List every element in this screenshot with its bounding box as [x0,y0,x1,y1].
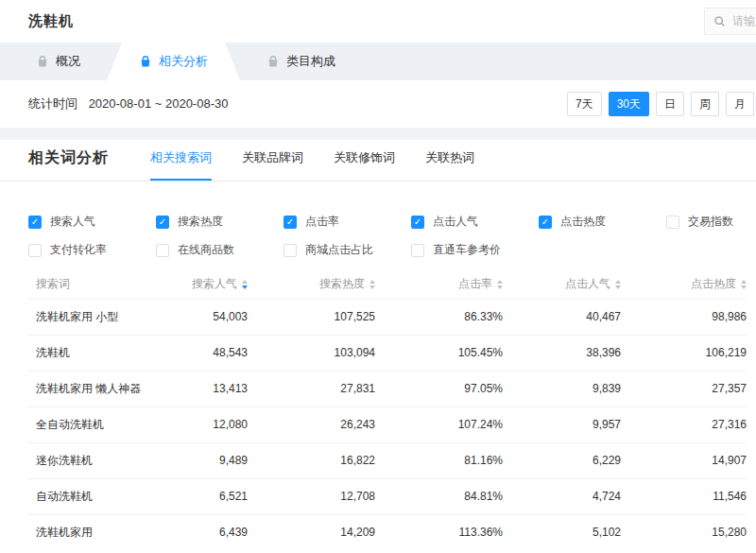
sort-icon[interactable] [242,280,248,289]
metric-row: 支付转化率 在线商品数 商城点击占比 直通车参考价 [28,242,728,258]
metric-option-直通车参考价[interactable]: 直通车参考价 [411,242,539,258]
metric-option-点击人气[interactable]: 点击人气 [411,214,539,230]
keyword-cell: 洗鞋机家用 懒人神器 [28,371,180,406]
subtab-bar: 相关搜索词关联品牌词关联修饰词关联热词 [150,149,474,181]
column-header-label: 搜索人气 [192,276,237,292]
metric-label: 直通车参考价 [433,242,501,258]
checkbox-icon[interactable] [284,244,297,257]
date-panel: 统计时间 2020-08-01 ~ 2020-08-30 7天30天日周月 [0,80,756,128]
period-button-group: 7天30天日周月 [567,92,754,116]
keyword-table: 搜索词 搜索人气 搜索热度 点击率 点击人气 点击热度 [28,270,747,550]
checkbox-icon[interactable] [284,216,297,229]
period-button-月[interactable]: 月 [726,92,754,116]
sort-asc-caret [369,280,375,284]
sort-icon[interactable] [615,280,621,289]
column-header-label: 搜索词 [36,276,70,292]
sort-asc-caret [615,280,621,284]
metric-option-商城点击占比[interactable]: 商城点击占比 [284,242,411,258]
column-header-搜索热度[interactable]: 搜索热度 [260,270,387,299]
main-tab-相关分析[interactable]: 相关分析 [107,43,240,80]
subtab-关联热词[interactable]: 关联热词 [425,149,474,181]
keyword-cell: 洗鞋机家用 小型 [28,299,180,335]
main-tab-label: 相关分析 [159,53,208,70]
metric-label: 点击热度 [560,214,606,230]
value-cell: 14,209 [260,514,387,550]
app-header: 洗鞋机 请输入 [0,0,756,43]
search-input[interactable]: 请输入 [704,8,756,35]
sort-icon[interactable] [369,280,375,289]
checkbox-icon[interactable] [539,216,552,229]
sort-asc-caret [741,280,747,284]
section-divider [0,128,756,140]
metric-label: 在线商品数 [178,242,234,258]
metric-option-点击热度[interactable]: 点击热度 [539,214,666,230]
sort-desc-caret [741,285,747,289]
sort-icon[interactable] [497,280,503,289]
table-row: 洗鞋机家用 小型54,003107,52586.33%40,46798,986 [28,299,747,335]
value-cell: 103,094 [260,335,387,371]
table-row: 自动洗鞋机6,52112,70884.81%4,72411,546 [28,478,747,514]
column-header-label: 点击人气 [565,276,610,292]
checkbox-icon[interactable] [28,216,42,229]
table-row: 洗鞋机家用 懒人神器13,41327,83197.05%9,83927,357 [28,371,747,406]
value-cell: 27,831 [260,371,387,406]
table-row: 洗鞋机家用6,43914,209113.36%5,10215,280 [28,514,747,550]
column-header-label: 点击热度 [691,276,736,292]
main-tab-概况[interactable]: 概况 [9,43,107,80]
main-panel: 相关词分析 相关搜索词关联品牌词关联修饰词关联热词 搜索人气 搜索热度 点击率 … [0,140,756,550]
column-header-点击率[interactable]: 点击率 [387,270,515,299]
column-header-点击热度[interactable]: 点击热度 [633,270,747,299]
main-tab-label: 概况 [56,53,80,70]
main-tab-label: 类目构成 [286,53,335,70]
column-header-点击人气[interactable]: 点击人气 [515,270,633,299]
period-button-30天[interactable]: 30天 [609,92,649,116]
metric-option-点击率[interactable]: 点击率 [284,214,411,230]
subtab-相关搜索词[interactable]: 相关搜索词 [150,149,212,181]
value-cell: 6,229 [515,442,633,478]
checkbox-icon[interactable] [28,244,42,257]
period-button-周[interactable]: 周 [691,92,719,116]
keyword-cell: 洗鞋机家用 [28,514,180,550]
subtab-关联品牌词[interactable]: 关联品牌词 [242,149,303,181]
checkbox-icon[interactable] [411,216,424,229]
metric-option-支付转化率[interactable]: 支付转化率 [28,242,156,258]
value-cell: 27,357 [633,371,747,406]
value-cell: 105.45% [387,335,515,371]
column-header-搜索人气[interactable]: 搜索人气 [180,270,260,299]
metric-option-搜索人气[interactable]: 搜索人气 [28,214,156,230]
value-cell: 27,316 [633,406,747,442]
checkbox-icon[interactable] [411,244,424,257]
search-icon [713,15,726,27]
checkbox-icon[interactable] [156,216,169,229]
value-cell: 40,467 [515,299,633,335]
value-cell: 26,243 [260,406,387,442]
table-row: 全自动洗鞋机12,08026,243107.24%9,95727,316 [28,406,747,442]
column-header-label: 点击率 [458,276,492,292]
subtab-关联修饰词[interactable]: 关联修饰词 [334,149,395,181]
value-cell: 86.33% [387,299,515,335]
sort-desc-caret [242,285,248,289]
main-tab-类目构成[interactable]: 类目构成 [240,43,362,80]
keyword-cell: 迷你洗鞋机 [28,442,180,478]
period-button-日[interactable]: 日 [656,92,684,116]
metric-option-搜索热度[interactable]: 搜索热度 [156,214,284,230]
period-button-7天[interactable]: 7天 [567,92,602,116]
sort-desc-caret [369,285,375,289]
value-cell: 5,102 [515,514,633,550]
section-title: 相关词分析 [28,148,109,181]
checkbox-icon[interactable] [156,244,169,257]
value-cell: 84.81% [387,478,515,514]
metric-option-在线商品数[interactable]: 在线商品数 [156,242,284,258]
metric-option-交易指数[interactable]: 交易指数 [666,214,756,230]
metric-filters: 搜索人气 搜索热度 点击率 点击人气 点击热度 交易指数 支付转化率 在线商品数… [0,181,756,258]
value-cell: 4,724 [515,478,633,514]
sort-icon[interactable] [741,280,747,289]
value-cell: 98,986 [633,299,747,335]
column-header-搜索词[interactable]: 搜索词 [28,270,180,299]
metric-label: 交易指数 [688,214,733,230]
value-cell: 12,080 [180,406,260,442]
checkbox-icon[interactable] [666,216,679,229]
value-cell: 9,839 [515,371,633,406]
value-cell: 38,396 [515,335,633,371]
value-cell: 107.24% [387,406,515,442]
